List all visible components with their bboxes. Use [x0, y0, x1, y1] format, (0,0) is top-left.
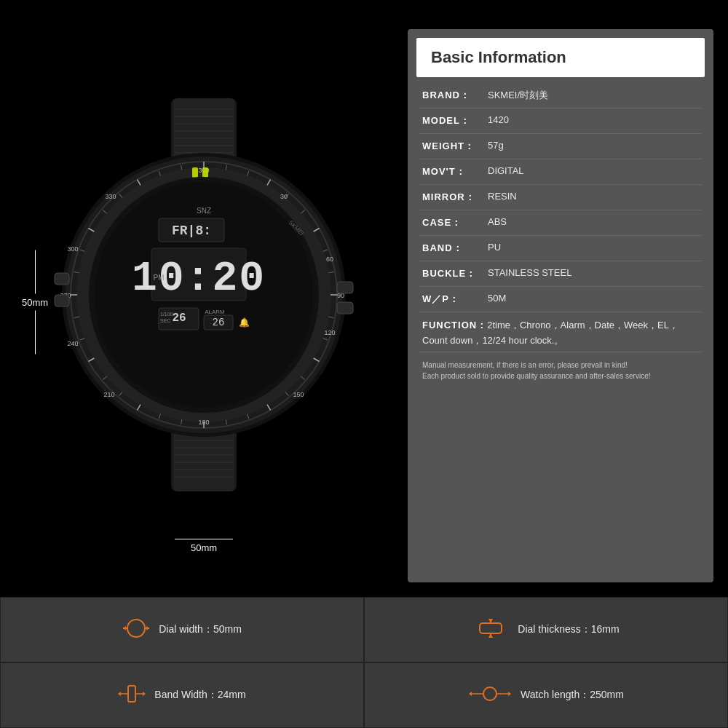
- svg-text:SEC: SEC: [160, 318, 170, 323]
- svg-rect-76: [55, 273, 69, 285]
- info-header: Basic Information: [416, 38, 705, 77]
- dial-thickness-text: Dial thickness：16mm: [518, 623, 619, 636]
- info-row: WEIGHT：57g: [419, 134, 702, 159]
- svg-marker-114: [508, 692, 511, 696]
- svg-text:FR|8:: FR|8:: [172, 223, 211, 238]
- svg-text:10:20: 10:20: [132, 255, 266, 302]
- svg-text:300: 300: [67, 245, 78, 253]
- band-width-icon: [118, 683, 146, 708]
- info-panel: Basic Information BRAND：SKMEI/时刻美MODEL：1…: [408, 29, 713, 582]
- svg-marker-109: [143, 692, 146, 696]
- bottom-bars: Dial width：50mm Dial thickness：16mm: [0, 597, 728, 728]
- info-row: BAND：PU: [419, 236, 702, 261]
- band-width-text: Band Width：24mm: [154, 689, 245, 702]
- info-row: W／P：50M: [419, 287, 702, 312]
- measure-band-width: Band Width：24mm: [0, 662, 364, 728]
- svg-marker-98: [123, 626, 126, 630]
- dimension-left: 50mm: [22, 250, 48, 355]
- svg-text:30: 30: [280, 193, 288, 200]
- info-note: Manual measurement, if there is an error…: [419, 352, 702, 384]
- svg-text:240: 240: [67, 340, 78, 347]
- dimension-bottom: 50mm: [175, 536, 233, 553]
- function-row: FUNCTION：2time，Chrono，Alarm，Date，Week，EL…: [419, 312, 702, 352]
- svg-point-110: [483, 687, 496, 700]
- info-row: MODEL：1420: [419, 108, 702, 134]
- dim-left-label: 50mm: [22, 297, 48, 308]
- info-title: Basic Information: [431, 48, 566, 66]
- svg-rect-100: [480, 623, 502, 633]
- info-row: BUCKLE：STAINLESS STEEL: [419, 261, 702, 287]
- svg-rect-73: [202, 167, 208, 178]
- svg-text:26: 26: [213, 317, 225, 328]
- dial-thickness-icon: [472, 617, 509, 643]
- watch-length-text: Watch length：250mm: [521, 689, 624, 702]
- dim-bottom-label: 50mm: [191, 542, 217, 553]
- svg-text:60: 60: [326, 256, 333, 263]
- measure-watch-length: Watch length：250mm: [364, 662, 728, 728]
- svg-text:SNZ: SNZ: [197, 207, 211, 215]
- info-row: BRAND：SKMEI/时刻美: [419, 83, 702, 108]
- info-row: CASE：ABS: [419, 210, 702, 236]
- svg-rect-74: [337, 282, 353, 293]
- svg-text:210: 210: [103, 391, 114, 398]
- svg-marker-99: [146, 626, 149, 630]
- svg-point-95: [127, 620, 145, 637]
- dial-width-text: Dial width：50mm: [159, 623, 242, 636]
- svg-rect-105: [128, 686, 135, 702]
- svg-rect-75: [337, 302, 353, 314]
- measure-dial-width: Dial width：50mm: [0, 597, 364, 662]
- watch-length-icon: [468, 683, 512, 708]
- measure-row-top: Dial width：50mm Dial thickness：16mm: [0, 597, 728, 662]
- watch-illustration: 360: [51, 84, 357, 506]
- measure-row-bottom: Band Width：24mm Watch length：250mm: [0, 662, 728, 728]
- info-rows: BRAND：SKMEI/时刻美MODEL：1420WEIGHT：57gMOV'T…: [408, 77, 713, 390]
- svg-text:150: 150: [293, 391, 304, 398]
- watch-image-area: 50mm: [15, 22, 393, 582]
- svg-text:PM: PM: [154, 274, 165, 282]
- info-row: MOV'T：DIGITAL: [419, 159, 702, 185]
- measure-dial-thickness: Dial thickness：16mm: [364, 597, 728, 662]
- svg-text:180: 180: [198, 419, 209, 426]
- svg-text:26: 26: [172, 312, 186, 325]
- svg-text:🔔: 🔔: [239, 317, 250, 328]
- svg-text:1/100: 1/100: [160, 312, 173, 317]
- svg-text:120: 120: [324, 329, 335, 336]
- svg-rect-77: [55, 295, 69, 306]
- svg-marker-113: [469, 692, 472, 696]
- dial-width-icon: [122, 617, 150, 643]
- svg-marker-108: [118, 692, 121, 696]
- info-row: MIRROR：RESIN: [419, 185, 702, 210]
- svg-text:330: 330: [105, 193, 116, 200]
- svg-text:ALARM: ALARM: [205, 309, 225, 315]
- svg-rect-72: [192, 167, 198, 178]
